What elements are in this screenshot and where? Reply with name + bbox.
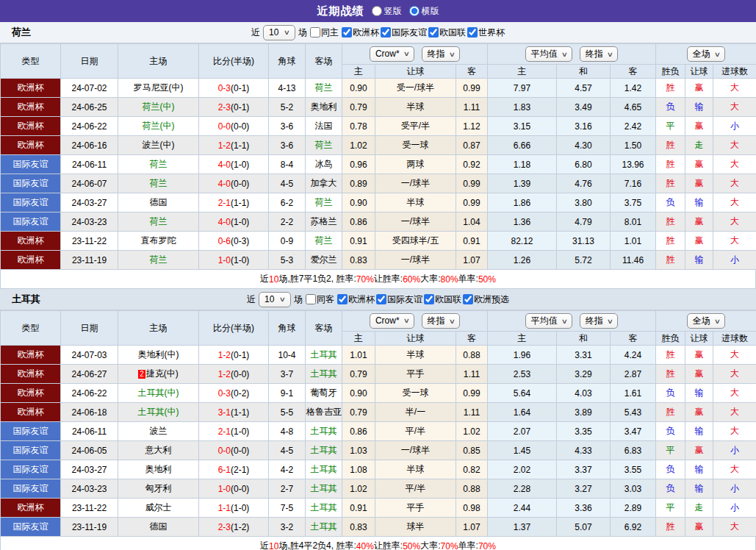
- score-cell: 1-2(0-0): [199, 365, 269, 384]
- match-date: 23-11-22: [61, 499, 118, 518]
- corner-score: 2-2: [269, 213, 306, 232]
- corner-score: 3-2: [269, 518, 306, 537]
- competition-filter[interactable]: 欧洲杯: [337, 293, 375, 306]
- match-date: 24-06-27: [61, 365, 118, 384]
- competition-checkbox[interactable]: [467, 27, 478, 38]
- odds-away: 1.11: [456, 98, 488, 117]
- recent-matches-table: 类型 日期 主场 比分(半场) 角球 客场 Crow*∨ 终指∨ 平均值∨ 终指…: [0, 43, 756, 270]
- competition-checkbox[interactable]: [376, 294, 386, 304]
- layout-radio-vertical[interactable]: 竖版: [372, 5, 402, 18]
- odds-final-select[interactable]: 终指∨: [422, 313, 461, 329]
- match-date: 24-06-22: [61, 384, 118, 403]
- odds-source-value: Crow*: [375, 49, 400, 59]
- home-team-name: 捷克(中): [146, 368, 179, 379]
- summary-text: 近: [260, 273, 269, 285]
- competition-checkbox[interactable]: [381, 27, 391, 38]
- competition-filter[interactable]: 欧国联: [424, 293, 461, 306]
- competition-filter[interactable]: 欧国联: [428, 26, 466, 39]
- away-team-name: 苏格兰: [311, 216, 337, 226]
- result-handicap: 输: [685, 479, 713, 499]
- same-side-checkbox[interactable]: [310, 27, 320, 38]
- handicap-line: 受平/半: [375, 117, 456, 136]
- odds-away: 0.82: [456, 460, 488, 479]
- home-team-name: 荷兰(中): [143, 101, 175, 112]
- same-side-filter[interactable]: 同主: [310, 26, 339, 39]
- result-goals: 大: [713, 213, 756, 232]
- summary-text: 10: [269, 541, 278, 550]
- corner-score: 5-5: [269, 403, 306, 422]
- summary-text: 70%: [356, 274, 374, 285]
- same-side-filter[interactable]: 同客: [306, 293, 334, 306]
- average-final-value: 终指: [586, 315, 603, 327]
- competition-checkbox[interactable]: [337, 294, 348, 304]
- corner-score: 7-5: [269, 499, 306, 518]
- subcol-goals: 进球数: [713, 65, 756, 79]
- away-team-name: 土耳其: [311, 426, 337, 436]
- competition-checkbox[interactable]: [428, 27, 439, 38]
- summary-text: 场,胜7平1负2, 胜率:: [278, 273, 356, 285]
- average-source-select[interactable]: 平均值∨: [525, 313, 573, 329]
- odds-away: 1.02: [456, 422, 488, 441]
- match-date: 23-11-22: [61, 232, 118, 251]
- competition-filter[interactable]: 世界杯: [467, 26, 505, 39]
- vertical-layout-label: 竖版: [384, 5, 402, 18]
- average-final-select[interactable]: 终指∨: [580, 313, 619, 329]
- sections-container: 荷兰 近 10 ∨ 场 同主 欧洲杯 国际友谊 欧国联 世界杯: [0, 22, 756, 550]
- avg-away-odds: 6.83: [611, 441, 656, 460]
- summary-text: 单率:: [458, 273, 478, 285]
- halftime-score: (0-2): [231, 388, 249, 399]
- avg-draw-odds: 3.16: [557, 117, 611, 136]
- odds-source-select[interactable]: Crow*∨: [370, 313, 414, 329]
- same-side-checkbox[interactable]: [306, 294, 316, 304]
- home-team: 奥地利: [118, 460, 199, 479]
- odds-source-select[interactable]: Crow*∨: [370, 46, 414, 62]
- fulltime-score: 0-0: [218, 446, 231, 456]
- away-team-name: 葡萄牙: [311, 388, 337, 398]
- competition-filter[interactable]: 欧洲杯: [342, 26, 379, 39]
- match-count-select[interactable]: 10 ∨: [263, 25, 295, 40]
- table-row: 欧洲杯 23-11-22 威尔士 1-1(1-0) 7-5 土耳其 0.91 平…: [1, 499, 756, 518]
- average-final-select[interactable]: 终指∨: [580, 46, 619, 62]
- chevron-down-icon: ∨: [284, 29, 290, 36]
- competition-checkbox[interactable]: [424, 294, 434, 304]
- avg-home-odds: 2.07: [488, 422, 557, 441]
- avg-away-odds: 8.01: [611, 213, 656, 232]
- layout-radio-horizontal[interactable]: 横版: [409, 5, 439, 18]
- competition-checkbox[interactable]: [463, 294, 473, 304]
- average-source-select[interactable]: 平均值∨: [525, 46, 573, 62]
- odds-away: 0.88: [456, 346, 488, 365]
- away-team-name: 荷兰: [315, 235, 333, 246]
- result-handicap: 赢: [685, 213, 713, 232]
- avg-home-odds: 1.83: [488, 98, 557, 117]
- handicap-line: 受一球: [375, 136, 456, 155]
- scope-value: 全场: [693, 315, 710, 327]
- competition-filter[interactable]: 国际友谊: [376, 293, 422, 306]
- result-group-header: 全场∨: [656, 44, 756, 65]
- chevron-down-icon: ∨: [448, 318, 455, 325]
- halftime-score: (0-0): [231, 369, 249, 379]
- handicap-line: 半/一: [375, 403, 456, 422]
- odds-home: 1.08: [342, 460, 375, 479]
- halftime-score: (0-0): [231, 179, 249, 189]
- horizontal-layout-radio[interactable]: [409, 6, 420, 16]
- competition-filter[interactable]: 国际友谊: [381, 26, 427, 39]
- scope-select[interactable]: 全场∨: [687, 313, 726, 329]
- record-summary: 近10场,胜4平2负4, 胜率:40% 让胜率:50% 大率:70% 单率:70…: [0, 537, 756, 550]
- competition-checkbox[interactable]: [342, 27, 352, 38]
- away-team-name: 爱尔兰: [311, 254, 337, 265]
- avg-home-odds: 1.45: [488, 441, 557, 460]
- odds-final-select[interactable]: 终指∨: [422, 46, 461, 62]
- table-row: 欧洲杯 24-06-18 土耳其(中) 3-1(1-1) 5-5 格鲁吉亚 0.…: [1, 403, 756, 422]
- table-row: 欧洲杯 24-06-22 土耳其(中) 0-3(0-2) 9-1 葡萄牙 0.9…: [1, 384, 756, 403]
- competition-filter[interactable]: 欧洲预选: [463, 293, 509, 306]
- match-date: 24-06-16: [61, 136, 118, 155]
- avg-home-odds: 3.15: [488, 117, 557, 136]
- avg-away-odds: 2.42: [611, 117, 656, 136]
- vertical-layout-radio[interactable]: [372, 6, 382, 16]
- home-team-name: 荷兰: [150, 216, 168, 226]
- result-winloss: 胜: [656, 518, 685, 537]
- home-team: 德国: [118, 193, 199, 213]
- match-count-select[interactable]: 10 ∨: [259, 292, 291, 307]
- avg-draw-odds: 4.03: [557, 384, 611, 403]
- scope-select[interactable]: 全场∨: [687, 46, 726, 62]
